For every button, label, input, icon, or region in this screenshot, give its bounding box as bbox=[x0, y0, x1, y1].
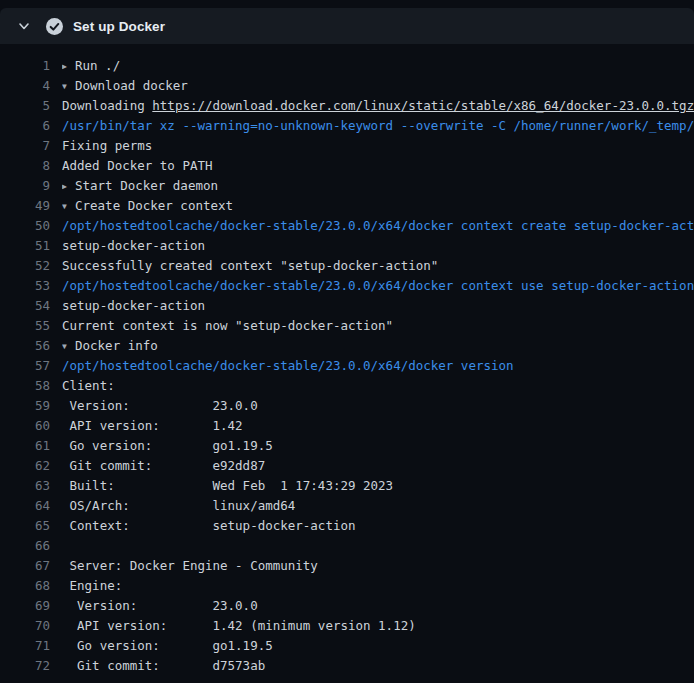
line-number[interactable]: 59 bbox=[0, 396, 50, 416]
line-number[interactable]: 54 bbox=[0, 296, 50, 316]
line-number[interactable]: 1 bbox=[0, 56, 50, 76]
log-line: 72 Git commit: d7573ab bbox=[0, 656, 694, 676]
log-text: Server: Docker Engine - Community bbox=[62, 558, 318, 573]
log-text: API version: 1.42 (minimum version 1.12) bbox=[62, 618, 416, 633]
line-number[interactable]: 53 bbox=[0, 276, 50, 296]
log-line: 69 Version: 23.0.0 bbox=[0, 596, 694, 616]
line-number[interactable]: 65 bbox=[0, 516, 50, 536]
log-text: OS/Arch: linux/amd64 bbox=[62, 498, 295, 513]
line-text: /usr/bin/tar xz --warning=no-unknown-key… bbox=[62, 116, 694, 136]
log-line: 70 API version: 1.42 (minimum version 1.… bbox=[0, 616, 694, 636]
line-text: Built: Wed Feb 1 17:43:29 2023 bbox=[62, 476, 694, 496]
line-number[interactable]: 4 bbox=[0, 76, 50, 96]
line-text: Git commit: e92dd87 bbox=[62, 456, 694, 476]
log-line: 67 Server: Docker Engine - Community bbox=[0, 556, 694, 576]
line-text: setup-docker-action bbox=[62, 236, 694, 256]
line-number[interactable]: 71 bbox=[0, 636, 50, 656]
log-line: 65 Context: setup-docker-action bbox=[0, 516, 694, 536]
line-number[interactable]: 64 bbox=[0, 496, 50, 516]
group-toggle[interactable]: ▶Start Docker daemon bbox=[62, 176, 694, 196]
line-number[interactable]: 55 bbox=[0, 316, 50, 336]
log-text: Fixing perms bbox=[62, 138, 152, 153]
line-number[interactable]: 69 bbox=[0, 596, 50, 616]
line-number[interactable]: 62 bbox=[0, 456, 50, 476]
line-number[interactable]: 8 bbox=[0, 156, 50, 176]
step-title: Set up Docker bbox=[73, 19, 165, 34]
log-text: Run ./ bbox=[75, 58, 120, 73]
group-toggle[interactable]: ▼Download docker bbox=[62, 76, 694, 96]
chevron-down-icon[interactable] bbox=[16, 18, 32, 34]
log-line: 61 Go version: go1.19.5 bbox=[0, 436, 694, 456]
line-number[interactable]: 7 bbox=[0, 136, 50, 156]
line-number[interactable]: 68 bbox=[0, 576, 50, 596]
group-toggle[interactable]: ▶Run ./ bbox=[62, 56, 694, 76]
line-number[interactable]: 9 bbox=[0, 176, 50, 196]
command-text: /usr/bin/tar xz --warning=no-unknown-key… bbox=[62, 118, 694, 133]
success-check-icon bbox=[46, 18, 63, 35]
line-text: Added Docker to PATH bbox=[62, 156, 694, 176]
line-text: Version: 23.0.0 bbox=[62, 596, 694, 616]
log-text: Docker info bbox=[75, 338, 158, 353]
group-toggle[interactable]: ▼Create Docker context bbox=[62, 196, 694, 216]
line-number[interactable]: 60 bbox=[0, 416, 50, 436]
step-header[interactable]: Set up Docker bbox=[0, 8, 694, 44]
line-text: Server: Docker Engine - Community bbox=[62, 556, 694, 576]
line-number[interactable]: 51 bbox=[0, 236, 50, 256]
line-number[interactable]: 66 bbox=[0, 536, 50, 556]
log-line: 66 bbox=[0, 536, 694, 556]
line-text: API version: 1.42 (minimum version 1.12) bbox=[62, 616, 694, 636]
log-line: 60 API version: 1.42 bbox=[0, 416, 694, 436]
log-text: Go version: go1.19.5 bbox=[62, 638, 273, 653]
log-text: Current context is now "setup-docker-act… bbox=[62, 318, 393, 333]
line-text: Context: setup-docker-action bbox=[62, 516, 694, 536]
log-group-line: 4▼Download docker bbox=[0, 76, 694, 96]
log-group-line: 56▼Docker info bbox=[0, 336, 694, 356]
line-number[interactable]: 49 bbox=[0, 196, 50, 216]
log-line: 71 Go version: go1.19.5 bbox=[0, 636, 694, 656]
line-number[interactable]: 50 bbox=[0, 216, 50, 236]
group-expanded-icon: ▼ bbox=[62, 337, 75, 356]
log-line: 6/usr/bin/tar xz --warning=no-unknown-ke… bbox=[0, 116, 694, 136]
line-text: setup-docker-action bbox=[62, 296, 694, 316]
log-text: Client: bbox=[62, 378, 115, 393]
log-text: setup-docker-action bbox=[62, 298, 205, 313]
log-group-line: 1▶Run ./ bbox=[0, 56, 694, 76]
line-number[interactable]: 67 bbox=[0, 556, 50, 576]
log-line: 51setup-docker-action bbox=[0, 236, 694, 256]
line-number[interactable]: 5 bbox=[0, 96, 50, 116]
line-number[interactable]: 72 bbox=[0, 656, 50, 676]
line-number[interactable]: 6 bbox=[0, 116, 50, 136]
group-expanded-icon: ▼ bbox=[62, 197, 75, 216]
log-text: Start Docker daemon bbox=[75, 178, 218, 193]
log-console: 1▶Run ./4▼Download docker5Downloading ht… bbox=[0, 44, 694, 676]
line-text: Fixing perms bbox=[62, 136, 694, 156]
line-number[interactable]: 56 bbox=[0, 336, 50, 356]
line-number[interactable]: 58 bbox=[0, 376, 50, 396]
line-text: Go version: go1.19.5 bbox=[62, 436, 694, 456]
log-line: 52Successfully created context "setup-do… bbox=[0, 256, 694, 276]
line-text: /opt/hostedtoolcache/docker-stable/23.0.… bbox=[62, 356, 694, 376]
log-line: 64 OS/Arch: linux/amd64 bbox=[0, 496, 694, 516]
line-number[interactable]: 52 bbox=[0, 256, 50, 276]
line-number[interactable]: 61 bbox=[0, 436, 50, 456]
line-number[interactable]: 70 bbox=[0, 616, 50, 636]
group-expanded-icon: ▼ bbox=[62, 77, 75, 96]
line-text: /opt/hostedtoolcache/docker-stable/23.0.… bbox=[62, 216, 694, 236]
log-text: Create Docker context bbox=[75, 198, 233, 213]
line-text: API version: 1.42 bbox=[62, 416, 694, 436]
log-text: Built: Wed Feb 1 17:43:29 2023 bbox=[62, 478, 393, 493]
log-text: Go version: go1.19.5 bbox=[62, 438, 273, 453]
line-text: Engine: bbox=[62, 576, 694, 596]
log-text: Added Docker to PATH bbox=[62, 158, 213, 173]
line-number[interactable]: 57 bbox=[0, 356, 50, 376]
line-text: Client: bbox=[62, 376, 694, 396]
log-group-line: 9▶Start Docker daemon bbox=[0, 176, 694, 196]
line-number[interactable]: 63 bbox=[0, 476, 50, 496]
command-text: /opt/hostedtoolcache/docker-stable/23.0.… bbox=[62, 358, 514, 373]
log-line: 7Fixing perms bbox=[0, 136, 694, 156]
group-toggle[interactable]: ▼Docker info bbox=[62, 336, 694, 356]
log-line: 55Current context is now "setup-docker-a… bbox=[0, 316, 694, 336]
log-link[interactable]: https://download.docker.com/linux/static… bbox=[152, 98, 694, 113]
log-text: Git commit: e92dd87 bbox=[62, 458, 265, 473]
log-line: 57/opt/hostedtoolcache/docker-stable/23.… bbox=[0, 356, 694, 376]
